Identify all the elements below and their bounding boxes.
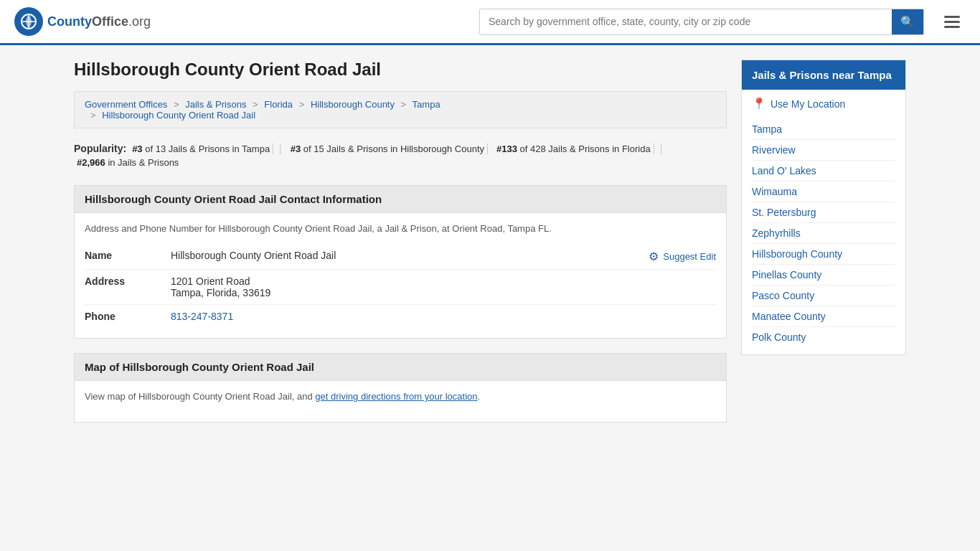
site-header: CountyOffice.org 🔍 — [0, 0, 980, 45]
popularity-item-0: #3 of 13 Jails & Prisons in Tampa — [129, 143, 273, 154]
list-item: Hillsborough County — [752, 244, 895, 265]
search-bar: 🔍 — [479, 9, 924, 35]
breadcrumb-sep-4: > — [401, 99, 407, 110]
address-line-1: 1201 Orient Road — [171, 276, 716, 287]
menu-bar-1 — [944, 16, 960, 18]
list-item: Polk County — [752, 327, 895, 347]
search-input[interactable] — [480, 10, 892, 33]
site-logo[interactable]: CountyOffice.org — [14, 7, 151, 36]
logo-icon — [14, 7, 43, 36]
menu-bar-3 — [944, 26, 960, 28]
search-icon: 🔍 — [900, 16, 915, 28]
address-label: Address — [85, 276, 171, 287]
menu-bar-2 — [944, 21, 960, 23]
popularity-item-1: #3 of 15 Jails & Prisons in Hillsborough… — [288, 143, 488, 154]
list-item: Pasco County — [752, 286, 895, 306]
content-area: Hillsborough County Orient Road Jail Gov… — [74, 60, 727, 437]
sidebar-link-tampa[interactable]: Tampa — [752, 123, 782, 135]
map-section: Map of Hillsborough County Orient Road J… — [74, 353, 727, 423]
sidebar-body: 📍 Use My Location Tampa Riverview Land O… — [742, 90, 905, 354]
breadcrumb-florida[interactable]: Florida — [264, 99, 293, 110]
driving-directions-link[interactable]: get driving directions from your locatio… — [315, 391, 477, 402]
sidebar-link-manatee[interactable]: Manatee County — [752, 311, 826, 322]
breadcrumb-jails-prisons[interactable]: Jails & Prisons — [185, 99, 246, 110]
popularity-bar: Popularity: #3 of 13 Jails & Prisons in … — [74, 143, 727, 168]
list-item: Land O' Lakes — [752, 161, 895, 182]
popularity-item-3: #2,966 in Jails & Prisons — [74, 157, 182, 168]
sidebar: Jails & Prisons near Tampa 📍 Use My Loca… — [741, 60, 906, 437]
sidebar-link-zephyrhills[interactable]: Zephyrhills — [752, 227, 801, 239]
sidebar-link-pasco[interactable]: Pasco County — [752, 290, 814, 301]
search-button[interactable]: 🔍 — [892, 9, 923, 34]
address-value: 1201 Orient Road Tampa, Florida, 33619 — [171, 276, 716, 298]
phone-row: Phone 813-247-8371 — [85, 305, 716, 328]
list-item: Riverview — [752, 140, 895, 161]
contact-section-body: Address and Phone Number for Hillsboroug… — [75, 213, 726, 338]
sidebar-link-polk[interactable]: Polk County — [752, 331, 806, 343]
phone-value: 813-247-8371 — [171, 311, 716, 322]
list-item: St. Petersburg — [752, 202, 895, 223]
map-section-header: Map of Hillsborough County Orient Road J… — [75, 354, 726, 381]
breadcrumb: Government Offices > Jails & Prisons > F… — [74, 91, 727, 128]
map-section-body: View map of Hillsborough County Orient R… — [75, 381, 726, 422]
edit-icon: ⚙ — [649, 250, 659, 263]
sidebar-link-wimauma[interactable]: Wimauma — [752, 186, 797, 197]
list-item: Manatee County — [752, 306, 895, 327]
breadcrumb-sep-2: > — [253, 99, 258, 110]
name-value: Hillsborough County Orient Road Jail — [171, 250, 649, 261]
sidebar-link-pinellas[interactable]: Pinellas County — [752, 269, 821, 281]
phone-link[interactable]: 813-247-8371 — [171, 311, 233, 322]
use-my-location-link[interactable]: 📍 Use My Location — [752, 97, 895, 110]
map-description: View map of Hillsborough County Orient R… — [85, 391, 716, 402]
sidebar-title: Jails & Prisons near Tampa — [742, 60, 905, 90]
list-item: Zephyrhills — [752, 223, 895, 244]
contact-section: Hillsborough County Orient Road Jail Con… — [74, 185, 727, 339]
breadcrumb-tampa[interactable]: Tampa — [413, 99, 440, 110]
sidebar-link-hillsborough[interactable]: Hillsborough County — [752, 248, 842, 260]
list-item: Wimauma — [752, 182, 895, 202]
phone-label: Phone — [85, 311, 171, 322]
popularity-item-2: #133 of 428 Jails & Prisons in Florida — [494, 143, 654, 154]
address-row: Address 1201 Orient Road Tampa, Florida,… — [85, 270, 716, 305]
contact-section-header: Hillsborough County Orient Road Jail Con… — [75, 186, 726, 213]
breadcrumb-indent: > — [90, 110, 96, 121]
sidebar-link-st-petersburg[interactable]: St. Petersburg — [752, 207, 816, 218]
address-line-2: Tampa, Florida, 33619 — [171, 287, 716, 298]
sidebar-link-land-o-lakes[interactable]: Land O' Lakes — [752, 165, 816, 176]
sidebar-link-riverview[interactable]: Riverview — [752, 144, 796, 156]
breadcrumb-government-offices[interactable]: Government Offices — [85, 99, 167, 110]
menu-button[interactable] — [938, 13, 966, 31]
list-item: Pinellas County — [752, 265, 895, 286]
logo-text: CountyOffice.org — [47, 14, 151, 29]
popularity-label: Popularity: — [74, 143, 126, 154]
main-container: Hillsborough County Orient Road Jail Gov… — [60, 45, 920, 451]
breadcrumb-sep-1: > — [174, 99, 179, 110]
breadcrumb-hillsborough-county[interactable]: Hillsborough County — [311, 99, 395, 110]
breadcrumb-current[interactable]: Hillsborough County Orient Road Jail — [102, 110, 255, 121]
sidebar-nearby-list: Tampa Riverview Land O' Lakes Wimauma St… — [752, 119, 895, 347]
location-pin-icon: 📍 — [752, 97, 766, 110]
contact-description: Address and Phone Number for Hillsboroug… — [85, 223, 716, 234]
list-item: Tampa — [752, 119, 895, 140]
page-title: Hillsborough County Orient Road Jail — [74, 60, 727, 80]
suggest-edit-button[interactable]: ⚙ Suggest Edit — [649, 250, 716, 263]
sidebar-card: Jails & Prisons near Tampa 📍 Use My Loca… — [741, 60, 906, 355]
breadcrumb-sep-3: > — [299, 99, 305, 110]
name-row: Name Hillsborough County Orient Road Jai… — [85, 244, 716, 270]
name-label: Name — [85, 250, 171, 261]
